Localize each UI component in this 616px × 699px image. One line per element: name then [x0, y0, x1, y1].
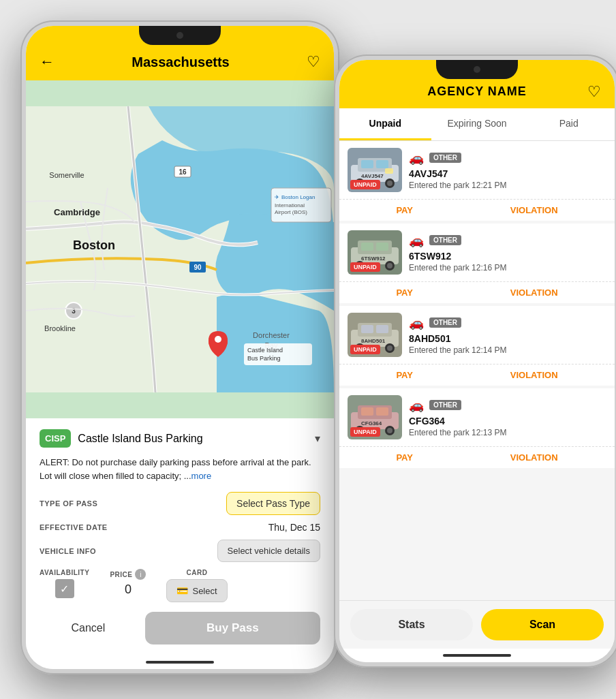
svg-text:✈: ✈: [275, 194, 279, 200]
availability-label: AVAILABILITY: [40, 569, 89, 576]
back-button[interactable]: ←: [40, 53, 55, 71]
card-select-label: Select: [192, 586, 217, 596]
avail-price-card-row: AVAILABILITY ✓ PRICE i 0 CARD: [40, 569, 320, 602]
pay-button[interactable]: PAY: [396, 370, 413, 380]
card-select-button[interactable]: 💳 Select: [166, 579, 227, 602]
unpaid-badge: UNPAID: [350, 345, 380, 354]
location-row: CISP Castle Island Bus Parking ▾: [40, 429, 320, 448]
chevron-down-icon[interactable]: ▾: [315, 432, 320, 445]
car-thumbnail: 4AVJ547 UNPAID: [348, 148, 402, 192]
phone1-content: ← Massachusetts ♡: [26, 26, 334, 669]
svg-text:Bus Parking: Bus Parking: [247, 355, 281, 362]
availability-checkbox[interactable]: ✓: [55, 579, 74, 598]
car-thumbnail: 6TSW912 UNPAID: [348, 230, 402, 275]
plate-number: 6TSW912: [409, 251, 606, 262]
alert-text: ALERT: Do not purchase daily parking pas…: [40, 456, 320, 482]
svg-point-63: [387, 428, 392, 433]
entered-time: Entered the park 12:21 PM: [409, 181, 606, 190]
violation-top: CFG364 UNPAID 🚗 OTHER CFG364 Enter: [339, 388, 615, 446]
info-icon[interactable]: i: [135, 569, 146, 580]
violation-button[interactable]: VIOLATION: [510, 370, 558, 380]
home-indicator: [26, 655, 334, 669]
car-thumbnail: CFG364 UNPAID: [348, 395, 402, 439]
pass-type-label: TYPE OF PASS: [40, 499, 97, 508]
violation-button[interactable]: VIOLATION: [510, 205, 558, 215]
type-badge: OTHER: [429, 400, 461, 410]
home-indicator-2: [339, 649, 615, 662]
violation-top: 6TSW912 UNPAID 🚗 OTHER 6TSW912 Ent: [339, 223, 615, 281]
price-info: PRICE i: [110, 569, 146, 580]
availability-section: AVAILABILITY ✓: [40, 569, 89, 598]
vehicle-info-label: VEHICLE INFO: [40, 547, 96, 555]
violation-actions: PAY VIOLATION: [339, 281, 615, 303]
more-link[interactable]: more: [191, 471, 212, 481]
svg-text:Boston: Boston: [73, 238, 115, 252]
violation-top: 8AHD501 UNPAID 🚗 OTHER 8AHD501 Ent: [339, 306, 615, 364]
svg-text:8AHD501: 8AHD501: [361, 338, 386, 344]
plate-number: CFG364: [409, 416, 606, 426]
plate-number: 4AVJ547: [409, 168, 606, 179]
unpaid-badge: UNPAID: [350, 180, 380, 189]
bottom-bar: Stats Scan: [339, 600, 615, 649]
car-icon: 🚗: [409, 233, 424, 248]
svg-point-53: [387, 345, 392, 351]
pay-button[interactable]: PAY: [396, 288, 413, 298]
pay-button[interactable]: PAY: [396, 452, 413, 463]
pass-type-button[interactable]: Select Pass Type: [226, 492, 320, 515]
svg-text:Cambridge: Cambridge: [54, 207, 100, 217]
entered-time: Entered the park 12:16 PM: [409, 263, 606, 273]
car-thumbnail: 8AHD501 UNPAID: [348, 313, 402, 357]
violation-card: 8AHD501 UNPAID 🚗 OTHER 8AHD501 Ent: [339, 306, 615, 386]
agency-title: AGENCY NAME: [427, 84, 527, 99]
violation-button[interactable]: VIOLATION: [510, 452, 558, 463]
svg-rect-59: [376, 407, 388, 416]
effective-date-value: Thu, Dec 15: [268, 522, 320, 533]
map-area[interactable]: 3 16 90: [26, 80, 334, 418]
svg-text:90: 90: [194, 264, 202, 271]
tab-expiring-soon[interactable]: Expiring Soon: [431, 108, 523, 140]
notch-2: [436, 60, 518, 79]
home-bar: [146, 661, 214, 664]
price-value: 0: [125, 582, 132, 597]
stats-button[interactable]: Stats: [350, 609, 473, 640]
car-icon: 🚗: [409, 398, 424, 413]
car-info-top: 🚗 OTHER: [409, 233, 606, 248]
phone-2: AGENCY NAME ♡ Unpaid Expiring Soon Paid: [334, 55, 616, 668]
buy-pass-button[interactable]: Buy Pass: [145, 612, 320, 644]
pay-button[interactable]: PAY: [396, 205, 413, 215]
car-icon: 🚗: [409, 315, 424, 330]
page-title: Massachusetts: [132, 55, 229, 70]
location-name: Castle Island Bus Parking: [78, 433, 308, 445]
tab-unpaid[interactable]: Unpaid: [339, 108, 431, 140]
car-info-top: 🚗 OTHER: [409, 315, 606, 330]
svg-text:Brookline: Brookline: [44, 324, 76, 332]
favorite-icon-2[interactable]: ♡: [587, 83, 601, 101]
cancel-button[interactable]: Cancel: [40, 612, 137, 644]
violation-actions: PAY VIOLATION: [339, 199, 615, 221]
svg-text:CFG364: CFG364: [361, 420, 382, 426]
violation-card: 4AVJ547 UNPAID 🚗 OTHER 4AVJ547 Ent: [339, 141, 615, 221]
unpaid-badge: UNPAID: [350, 427, 380, 437]
car-icon: 🚗: [409, 151, 424, 166]
tab-paid[interactable]: Paid: [523, 108, 615, 140]
favorite-icon[interactable]: ♡: [307, 53, 320, 71]
violation-button[interactable]: VIOLATION: [510, 288, 558, 298]
price-section: PRICE i 0: [110, 569, 146, 597]
svg-rect-49: [376, 325, 388, 333]
vehicle-select-button[interactable]: Select vehicle details: [217, 540, 320, 562]
violation-card: CFG364 UNPAID 🚗 OTHER CFG364 Enter: [339, 388, 615, 468]
violation-actions: PAY VIOLATION: [339, 446, 615, 468]
svg-rect-33: [385, 168, 393, 174]
violation-actions: PAY VIOLATION: [339, 364, 615, 386]
phone-1: ← Massachusetts ♡: [20, 20, 339, 674]
svg-text:Somerville: Somerville: [49, 171, 84, 179]
svg-rect-28: [376, 160, 388, 168]
svg-text:Airport (BOS): Airport (BOS): [275, 209, 307, 215]
card-section: CARD 💳 Select: [166, 569, 227, 602]
scan-button[interactable]: Scan: [481, 609, 604, 640]
entered-time: Entered the park 12:13 PM: [409, 428, 606, 437]
violation-card: 6TSW912 UNPAID 🚗 OTHER 6TSW912 Ent: [339, 223, 615, 303]
car-info-top: 🚗 OTHER: [409, 151, 606, 166]
tabs-row: Unpaid Expiring Soon Paid: [339, 108, 615, 141]
svg-rect-48: [361, 325, 373, 333]
